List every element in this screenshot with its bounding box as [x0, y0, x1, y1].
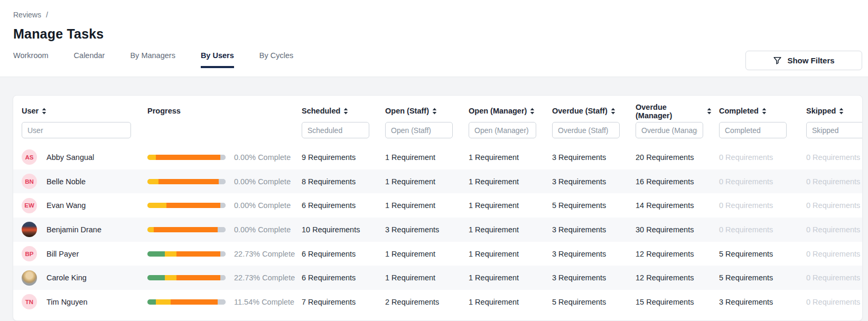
column-header-label-progress: Progress [147, 107, 181, 115]
progress-label: 0.00% Complete [234, 225, 291, 234]
filter-input-skipped[interactable] [806, 122, 863, 138]
skipped-cell: 0 Requirements [806, 201, 863, 210]
filter-input-completed[interactable] [719, 122, 787, 138]
open-manager-value: 1 Requirement [469, 177, 519, 186]
column-header-overdue_manager: Overdue (Manager) [636, 102, 719, 120]
filter-cell-user [22, 122, 147, 138]
table-row: TNTim Nguyen11.54% Complete7 Requirement… [13, 290, 863, 314]
skipped-cell: 0 Requirements [806, 177, 863, 186]
progress-segment-orange [156, 155, 220, 160]
filter-input-scheduled[interactable] [302, 122, 369, 138]
skipped-value: 0 Requirements [806, 153, 860, 162]
user-cell: TNTim Nguyen [22, 294, 147, 309]
tab-by-managers[interactable]: By Managers [130, 51, 175, 66]
user-cell: EWEvan Wang [22, 198, 147, 213]
open-staff-cell: 1 Requirement [385, 201, 469, 210]
filter-input-user[interactable] [22, 122, 131, 138]
open-staff-cell: 1 Requirement [385, 250, 469, 258]
overdue-staff-cell: 3 Requirements [552, 273, 636, 282]
tab-by-users[interactable]: By Users [201, 51, 234, 68]
filter-cell-overdue_manager [636, 122, 719, 138]
progress-segment-gray [220, 251, 226, 257]
user-name: Tim Nguyen [46, 298, 88, 306]
filter-input-overdue_staff[interactable] [552, 122, 620, 138]
filter-input-open_staff[interactable] [385, 122, 453, 138]
overdue-staff-value: 3 Requirements [552, 250, 606, 258]
progress-segment-yellow [165, 275, 176, 280]
open-manager-value: 1 Requirement [469, 273, 519, 282]
scheduled-cell: 7 Requirements [302, 298, 385, 306]
completed-value: 5 Requirements [719, 250, 773, 258]
column-header-label-completed[interactable]: Completed [719, 107, 767, 115]
column-header-label-overdue_staff[interactable]: Overdue (Staff) [552, 107, 615, 115]
overdue-staff-value: 3 Requirements [552, 225, 606, 234]
users-table: UserProgressScheduledOpen (Staff)Open (M… [13, 96, 863, 314]
open-manager-cell: 1 Requirement [469, 298, 552, 306]
user-name: Abby Sangual [46, 153, 94, 162]
progress-segment-orange [166, 203, 220, 208]
sort-icon [707, 108, 712, 115]
user-cell: Benjamin Drane [22, 222, 147, 237]
table-row: EWEvan Wang0.00% Complete6 Requirements1… [13, 193, 863, 218]
tab-workroom[interactable]: Workroom [13, 51, 49, 66]
progress-cell: 0.00% Complete [147, 153, 302, 162]
overdue-manager-cell: 16 Requirements [636, 177, 719, 186]
overdue-manager-cell: 12 Requirements [636, 250, 719, 258]
show-filters-button[interactable]: Show Filters [745, 51, 862, 70]
user-cell: Carole King [22, 270, 147, 286]
open-staff-cell: 3 Requirements [385, 225, 469, 234]
open-manager-value: 1 Requirement [469, 298, 519, 306]
progress-segment-yellow [147, 179, 158, 184]
completed-cell: 0 Requirements [719, 201, 806, 210]
table-row: Carole King22.73% Complete6 Requirements… [13, 266, 863, 290]
filter-input-open_manager[interactable] [469, 122, 536, 138]
completed-cell: 0 Requirements [719, 153, 806, 162]
overdue-manager-cell: 30 Requirements [636, 225, 719, 234]
open-staff-value: 1 Requirement [385, 177, 435, 186]
column-header-scheduled: Scheduled [302, 106, 385, 116]
skipped-cell: 0 Requirements [806, 250, 863, 258]
open-manager-value: 1 Requirement [469, 201, 519, 210]
tab-calendar[interactable]: Calendar [74, 51, 105, 66]
overdue-staff-cell: 3 Requirements [552, 225, 636, 234]
progress-label: 11.54% Complete [234, 298, 294, 306]
main-content: UserProgressScheduledOpen (Staff)Open (M… [0, 77, 868, 321]
page-title: Manage Tasks [13, 26, 868, 42]
column-header-label-user[interactable]: User [22, 107, 46, 115]
column-header-text-open_manager: Open (Manager) [469, 107, 527, 115]
progress-label: 0.00% Complete [234, 153, 291, 162]
column-header-label-scheduled[interactable]: Scheduled [302, 107, 348, 115]
overdue-staff-cell: 3 Requirements [552, 250, 636, 258]
progress-cell: 11.54% Complete [147, 298, 302, 306]
column-header-label-overdue_manager[interactable]: Overdue (Manager) [636, 103, 712, 120]
progress-bar [147, 179, 226, 184]
column-header-label-open_staff[interactable]: Open (Staff) [385, 107, 437, 115]
tasks-table-card: UserProgressScheduledOpen (Staff)Open (M… [13, 95, 863, 321]
column-header-label-skipped[interactable]: Skipped [806, 107, 844, 115]
table-header-row: UserProgressScheduledOpen (Staff)Open (M… [13, 102, 863, 120]
page-header: Reviews / Manage Tasks WorkroomCalendarB… [0, 0, 868, 77]
progress-bar [147, 275, 226, 280]
filter-cell-skipped [806, 122, 863, 138]
column-header-overdue_staff: Overdue (Staff) [552, 106, 636, 116]
scheduled-value: 7 Requirements [302, 298, 356, 306]
filter-input-overdue_manager[interactable] [636, 122, 703, 138]
column-header-label-open_manager[interactable]: Open (Manager) [469, 107, 535, 115]
breadcrumb-reviews-link[interactable]: Reviews [13, 11, 41, 19]
skipped-cell: 0 Requirements [806, 298, 863, 306]
skipped-cell: 0 Requirements [806, 225, 863, 234]
funnel-icon [773, 56, 782, 65]
column-header-user: User [22, 106, 147, 116]
tab-by-cycles[interactable]: By Cycles [259, 51, 293, 66]
table-filter-row [13, 120, 863, 145]
table-row: BNBelle Noble0.00% Complete8 Requirement… [13, 169, 863, 194]
open-manager-value: 1 Requirement [469, 153, 519, 162]
scheduled-cell: 6 Requirements [302, 201, 385, 210]
column-header-progress: Progress [147, 106, 302, 116]
open-manager-cell: 1 Requirement [469, 273, 552, 282]
completed-cell: 0 Requirements [719, 177, 806, 186]
open-staff-cell: 1 Requirement [385, 177, 469, 186]
progress-bar [147, 251, 226, 257]
completed-cell: 5 Requirements [719, 273, 806, 282]
open-staff-value: 1 Requirement [385, 153, 435, 162]
